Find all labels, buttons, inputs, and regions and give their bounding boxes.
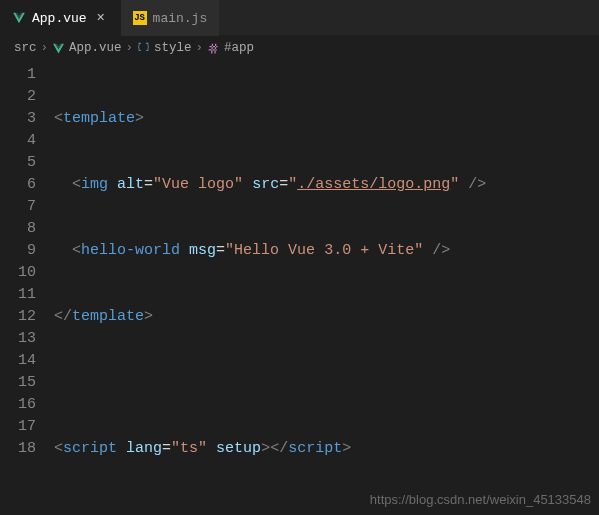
code-line: <script lang="ts" setup></script>	[54, 438, 599, 460]
tab-app-vue[interactable]: App.vue ×	[0, 0, 121, 36]
chevron-right-icon: ›	[196, 41, 204, 55]
code-content[interactable]: <template> <img alt="Vue logo" src="./as…	[54, 64, 599, 515]
code-line: <template>	[54, 108, 599, 130]
breadcrumb-src[interactable]: src	[14, 41, 37, 55]
breadcrumb-selector[interactable]: #app	[207, 41, 254, 55]
tab-bar: App.vue × JS main.js	[0, 0, 599, 36]
code-line	[54, 372, 599, 394]
js-icon: JS	[133, 11, 147, 25]
code-line: <hello-world msg="Hello Vue 3.0 + Vite" …	[54, 240, 599, 262]
watermark: https://blog.csdn.net/weixin_45133548	[370, 492, 591, 507]
breadcrumb-style[interactable]: style	[137, 41, 192, 55]
hash-icon	[207, 42, 220, 55]
vue-icon	[12, 11, 26, 25]
breadcrumb[interactable]: src › App.vue › style › #app	[0, 36, 599, 60]
close-icon[interactable]: ×	[93, 10, 109, 26]
code-editor[interactable]: 123 456 789 101112 131415 161718 <templa…	[0, 60, 599, 515]
tab-label: App.vue	[32, 11, 87, 26]
tab-main-js[interactable]: JS main.js	[121, 0, 220, 36]
code-line: </template>	[54, 306, 599, 328]
breadcrumb-file[interactable]: App.vue	[52, 41, 122, 55]
code-line: <img alt="Vue logo" src="./assets/logo.p…	[54, 174, 599, 196]
tab-label: main.js	[153, 11, 208, 26]
vue-icon	[52, 42, 65, 55]
line-gutter: 123 456 789 101112 131415 161718	[0, 64, 54, 515]
css-brackets-icon	[137, 42, 150, 55]
chevron-right-icon: ›	[41, 41, 49, 55]
chevron-right-icon: ›	[126, 41, 134, 55]
